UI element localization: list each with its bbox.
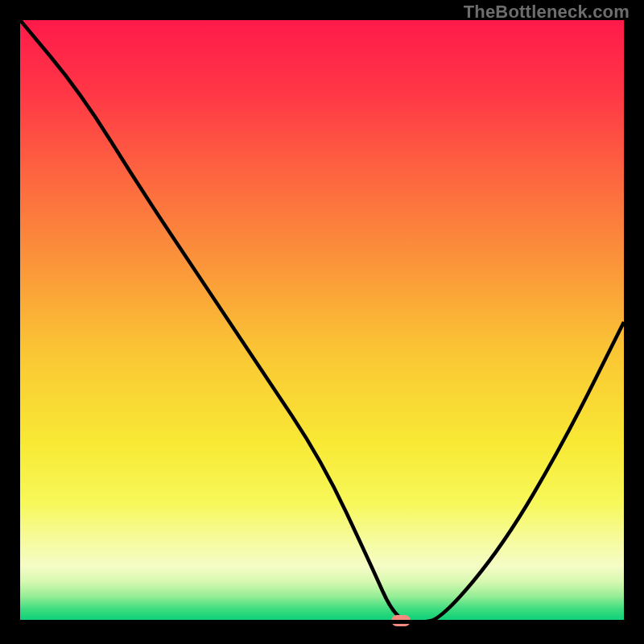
bottleneck-curve (20, 20, 624, 624)
chart-frame: TheBottleneck.com (0, 0, 644, 644)
x-axis-baseline (20, 620, 624, 624)
plot-area (20, 20, 624, 624)
